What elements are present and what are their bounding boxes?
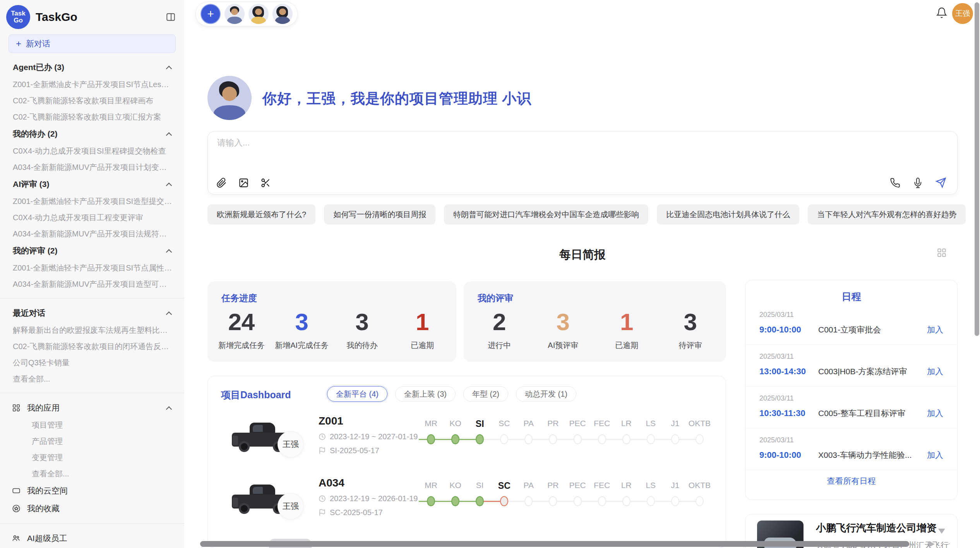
project-row[interactable]: 王强 A034 2023-12-19 ~ 2026-01-19 SC-2025-… <box>208 474 726 537</box>
attach-icon[interactable] <box>216 178 227 188</box>
event-name: C005-整车工程目标评审 <box>818 408 927 419</box>
mic-icon[interactable] <box>913 178 923 188</box>
milestone-dot <box>500 434 508 444</box>
stat-value: 24 <box>211 310 272 334</box>
phone-icon[interactable] <box>890 178 900 188</box>
sidebar-item-my-favorites[interactable]: 我的收藏 <box>0 500 184 517</box>
horizontal-scrollbar[interactable] <box>200 541 909 547</box>
scroll-right-arrow[interactable] <box>929 541 935 547</box>
favorites-star-icon <box>12 504 21 513</box>
image-icon[interactable] <box>238 178 249 188</box>
sidebar-item-ai-super-staff[interactable]: AI超级员工 <box>0 529 184 547</box>
vertical-scrollbar[interactable] <box>975 2 979 336</box>
suggestion-chip[interactable]: 比亚迪全固态电池计划具体说了什么 <box>657 204 799 224</box>
chevron-up-icon[interactable] <box>166 406 172 412</box>
milestone-dot <box>696 434 704 444</box>
sidebar-item-label: 我的云空间 <box>27 485 68 496</box>
suggestion-chip[interactable]: 如何写一份清晰的项目周报 <box>324 204 435 224</box>
sidebar-item-my-cloud[interactable]: 我的云空间 <box>0 482 184 500</box>
app-link-view-all[interactable]: 查看全部... <box>0 466 184 482</box>
milestone-label-current: SC <box>492 481 516 495</box>
sidebar-task-item[interactable]: Z001-全新燃油皮卡产品开发项目SI节点Lesson Learn报告 <box>0 76 184 92</box>
recent-chat-item[interactable]: C02-飞腾新能源轻客改款项目的闭环通告反馈情况 <box>0 338 184 354</box>
join-link[interactable]: 加入 <box>927 450 943 461</box>
sidebar-item-label: 我的收藏 <box>27 503 60 514</box>
new-chat-label: 新对话 <box>26 38 50 49</box>
milestone-label: MR <box>419 481 443 495</box>
milestone-track <box>419 434 712 445</box>
collapse-sidebar-icon[interactable] <box>166 12 176 22</box>
date-range: 2023-12-19 ~ 2027-01-19 <box>330 432 418 441</box>
join-link[interactable]: 加入 <box>927 366 943 377</box>
section-recent-chats[interactable]: 最近对话 <box>0 304 184 322</box>
new-chat-button[interactable]: + 新对话 <box>9 34 176 53</box>
sidebar-task-item[interactable]: Z001-全新燃油轻卡产品开发项目SI造型提交物评审 <box>0 193 184 209</box>
chevron-up-icon[interactable] <box>166 132 172 138</box>
chevron-up-icon[interactable] <box>166 311 172 317</box>
event-time: 10:30-11:30 <box>759 408 818 418</box>
sidebar-task-item[interactable]: Z001-全新燃油轻卡产品开发项目SI节点属性5D文件评审 <box>0 260 184 276</box>
avatar[interactable] <box>224 4 245 24</box>
sidebar-task-item[interactable]: A034-全新新能源MUV产品开发项目计划变更表编写 <box>0 159 184 175</box>
stat-label: 新增AI完成任务 <box>272 340 332 351</box>
milestone-dot <box>598 434 606 444</box>
stat-label: 我的待办 <box>332 340 392 351</box>
send-icon[interactable] <box>935 177 946 188</box>
add-chat-button[interactable]: + <box>200 4 221 24</box>
milestone-dot <box>671 434 679 444</box>
suggestion-chip[interactable]: 特朗普可能对进口汽车增税会对中国车企造成哪些影响 <box>444 204 648 224</box>
notifications-bell-icon[interactable] <box>936 7 947 19</box>
filter-chip[interactable]: 动总开发 (1) <box>516 386 576 402</box>
sidebar-task-item[interactable]: C02-飞腾新能源轻客改款项目里程碑画布 <box>0 92 184 109</box>
scissors-icon[interactable] <box>260 178 271 188</box>
milestone-label: PEC <box>565 419 589 433</box>
avatar[interactable] <box>248 4 269 24</box>
recent-chat-item[interactable]: 解释最新出台的欧盟报废车法规再生塑料比例被调至15%... <box>0 322 184 338</box>
section-my-todo[interactable]: 我的待办 (2) <box>0 125 184 143</box>
project-row[interactable]: 王强 Z001 2023-12-19 ~ 2027-01-19 SI-2025-… <box>208 413 726 475</box>
user-avatar[interactable]: 王强 <box>952 3 973 24</box>
sidebar-task-item[interactable]: C0X4-动力总成开发项目工程变更评审 <box>0 209 184 226</box>
section-agent-done[interactable]: Agent已办 (3) <box>0 58 184 76</box>
my-review-card: 我的评审 2进行中 3AI预评审 1已逾期 3待评审 <box>464 281 726 362</box>
layout-grid-icon[interactable] <box>937 248 947 258</box>
sidebar-task-item[interactable]: A034-全新新能源MUV产品开发项目造型可行性评审 <box>0 276 184 292</box>
stat: 3待评审 <box>659 310 723 351</box>
avatar[interactable] <box>272 4 293 24</box>
milestone-dot <box>574 496 582 506</box>
milestone-label: LR <box>614 419 639 433</box>
app-link-product-mgmt[interactable]: 产品管理 <box>0 433 184 449</box>
milestone-dot-done <box>427 496 435 506</box>
join-link[interactable]: 加入 <box>927 324 943 335</box>
filter-chip[interactable]: 年型 (2) <box>463 386 508 402</box>
suggestion-chip[interactable]: 欧洲新规最近颁布了什么? <box>207 204 315 224</box>
section-my-review[interactable]: 我的评审 (2) <box>0 242 184 260</box>
join-link[interactable]: 加入 <box>927 408 943 419</box>
chevron-up-icon[interactable] <box>166 65 172 72</box>
assistant-avatar <box>207 76 252 120</box>
suggestion-chip[interactable]: 当下年轻人对汽车外观有怎样的喜好趋势 <box>808 204 966 224</box>
event-name: X003-车辆动力学性能验... <box>818 450 927 461</box>
chevron-up-icon[interactable] <box>166 182 172 188</box>
chat-input[interactable] <box>217 138 682 148</box>
scroll-down-arrow[interactable] <box>938 529 945 534</box>
project-code: A034 <box>319 477 418 489</box>
chevron-up-icon[interactable] <box>166 249 172 255</box>
filter-chip[interactable]: 全新平台 (4) <box>327 386 387 402</box>
view-all-schedule-link[interactable]: 查看所有日程 <box>745 476 957 486</box>
milestone-label: J1 <box>663 419 687 433</box>
section-ai-review[interactable]: AI评审 (3) <box>0 175 184 193</box>
logo-line1: Task <box>11 10 26 17</box>
filter-chip[interactable]: 全新上装 (3) <box>395 386 456 402</box>
sidebar-task-item[interactable]: C02-飞腾新能源轻客改款项目立项汇报方案 <box>0 109 184 125</box>
schedule-event: 2025/03/11 9:00-10:00 X003-车辆动力学性能验... 加… <box>745 428 957 470</box>
recent-view-all[interactable]: 查看全部... <box>0 371 184 387</box>
milestone-label: LS <box>639 481 663 495</box>
section-label: AI评审 (3) <box>13 179 50 190</box>
app-link-project-mgmt[interactable]: 项目管理 <box>0 417 184 433</box>
recent-chat-item[interactable]: 公司Q3轻卡销量 <box>0 354 184 371</box>
sidebar-task-item[interactable]: A034-全新新能源MUV产品开发项目法规符合性评审 <box>0 226 184 242</box>
app-link-change-mgmt[interactable]: 变更管理 <box>0 449 184 466</box>
sidebar-task-item[interactable]: C0X4-动力总成开发项目SI里程碑提交物检查 <box>0 143 184 159</box>
sidebar-item-my-apps[interactable]: 我的应用 <box>0 399 184 417</box>
